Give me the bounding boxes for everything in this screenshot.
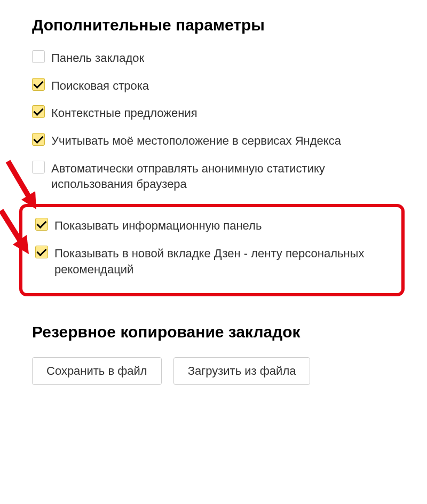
option-anon-stats[interactable]: Автоматически отправлять анонимную стати… <box>32 161 395 192</box>
load-from-file-button[interactable]: Загрузить из файла <box>173 357 311 385</box>
label-location: Учитывать моё местоположение в сервисах … <box>51 133 341 149</box>
label-anon-stats: Автоматически отправлять анонимную стати… <box>51 161 395 192</box>
option-location[interactable]: Учитывать моё местоположение в сервисах … <box>32 133 395 149</box>
label-dzen-feed: Показывать в новой вкладке Дзен - ленту … <box>54 246 392 277</box>
option-dzen-feed[interactable]: Показывать в новой вкладке Дзен - ленту … <box>32 246 392 277</box>
save-to-file-button[interactable]: Сохранить в файл <box>32 357 162 385</box>
option-search-bar[interactable]: Поисковая строка <box>32 78 395 94</box>
highlighted-options-box: Показывать информационную панель Показыв… <box>19 204 405 296</box>
checkbox-search-bar[interactable] <box>32 78 45 91</box>
backup-bookmarks-section: Резервное копирование закладок Сохранить… <box>32 323 395 385</box>
checkbox-location[interactable] <box>32 133 45 146</box>
label-info-panel: Показывать информационную панель <box>54 218 262 234</box>
checkbox-info-panel[interactable] <box>35 218 48 231</box>
checkbox-contextual[interactable] <box>32 105 45 118</box>
settings-list: Панель закладок Поисковая строка Контекс… <box>32 50 395 296</box>
advanced-settings-section: Дополнительные параметры Панель закладок… <box>32 16 395 296</box>
checkbox-dzen-feed[interactable] <box>35 246 48 258</box>
option-info-panel[interactable]: Показывать информационную панель <box>32 218 392 234</box>
advanced-settings-title: Дополнительные параметры <box>32 16 395 34</box>
label-bookmarks-bar: Панель закладок <box>51 50 144 66</box>
option-bookmarks-bar[interactable]: Панель закладок <box>32 50 395 66</box>
option-contextual[interactable]: Контекстные предложения <box>32 105 395 121</box>
label-search-bar: Поисковая строка <box>51 78 149 94</box>
backup-title: Резервное копирование закладок <box>32 323 395 341</box>
backup-buttons-row: Сохранить в файл Загрузить из файла <box>32 357 395 385</box>
annotation-arrow-2-icon <box>0 205 44 280</box>
label-contextual: Контекстные предложения <box>51 105 197 121</box>
checkbox-bookmarks-bar[interactable] <box>32 50 45 63</box>
